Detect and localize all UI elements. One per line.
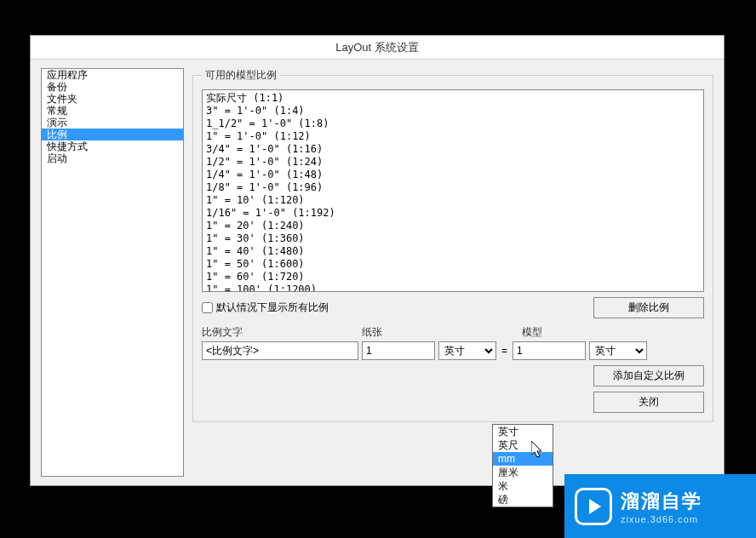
scale-text-input[interactable] (202, 341, 358, 360)
scale-list-item[interactable]: 1" = 10' (1:120) (206, 194, 700, 207)
delete-scale-button[interactable]: 删除比例 (593, 297, 704, 318)
titlebar: LayOut 系统设置 (31, 36, 724, 60)
show-all-checkbox[interactable]: 默认情况下显示所有比例 (202, 300, 329, 315)
watermark-url: zixue.3d66.com (621, 514, 702, 524)
scale-list-item[interactable]: 1" = 100' (1:1200) (206, 283, 700, 292)
scale-list-item[interactable]: 1_1/2" = 1'-0" (1:8) (206, 117, 700, 130)
sidebar-item[interactable]: 快捷方式 (42, 140, 183, 152)
add-custom-scale-button[interactable]: 添加自定义比例 (593, 365, 704, 386)
scale-list-item[interactable]: 1" = 40' (1:480) (206, 245, 700, 258)
scale-list-item[interactable]: 1" = 50' (1:600) (206, 258, 700, 271)
main-panel: 可用的模型比例 实际尺寸 (1:1)3" = 1'-0" (1:4)1_1/2"… (192, 68, 713, 477)
dropdown-option[interactable]: mm (493, 452, 553, 466)
equals-label: = (500, 345, 509, 357)
scale-list-item[interactable]: 3/4" = 1'-0" (1:16) (206, 143, 700, 156)
inputs-row: 英寸 = 英寸 (202, 341, 704, 360)
paper-label: 纸张 (362, 325, 522, 340)
dropdown-option[interactable]: 英尺 (493, 438, 553, 452)
scale-list-item[interactable]: 1/4" = 1'-0" (1:48) (206, 169, 700, 181)
scale-list-item[interactable]: 3" = 1'-0" (1:4) (206, 105, 700, 117)
sidebar-item[interactable]: 常规 (42, 105, 183, 117)
scale-list-item[interactable]: 1" = 30' (1:360) (206, 232, 700, 245)
actions-column: 添加自定义比例 关闭 (202, 365, 704, 413)
paper-unit-select[interactable]: 英寸 (438, 341, 496, 360)
model-value-input[interactable] (513, 341, 586, 360)
dropdown-option[interactable]: 厘米 (493, 466, 553, 479)
sidebar-item[interactable]: 应用程序 (42, 69, 183, 81)
scale-list-item[interactable]: 1/16" = 1'-0" (1:192) (206, 207, 700, 220)
sidebar-item[interactable]: 启动 (42, 152, 183, 164)
scale-list-item[interactable]: 1" = 1'-0" (1:12) (206, 130, 700, 143)
sidebar-item[interactable]: 备份 (42, 81, 183, 93)
scale-list-item[interactable]: 1" = 20' (1:240) (206, 220, 700, 232)
show-all-checkbox-input[interactable] (202, 302, 213, 313)
scale-list-item[interactable]: 实际尺寸 (1:1) (206, 92, 700, 105)
dropdown-option[interactable]: 英寸 (493, 425, 553, 438)
close-button[interactable]: 关闭 (593, 392, 704, 413)
scale-list-item[interactable]: 1/8" = 1'-0" (1:96) (206, 181, 700, 194)
paper-value-input[interactable] (362, 341, 435, 360)
sidebar-item[interactable]: 比例 (42, 129, 183, 140)
dialog-window: LayOut 系统设置 应用程序备份文件夹常规演示比例快捷方式启动 可用的模型比… (30, 35, 724, 486)
dropdown-option[interactable]: 磅 (493, 493, 553, 507)
sidebar-item[interactable]: 演示 (42, 117, 183, 129)
show-all-checkbox-label: 默认情况下显示所有比例 (216, 300, 329, 315)
field-labels-row: 比例文字 纸张 模型 (202, 325, 704, 340)
window-title: LayOut 系统设置 (335, 40, 419, 55)
dropdown-option[interactable]: 米 (493, 479, 553, 493)
category-sidebar[interactable]: 应用程序备份文件夹常规演示比例快捷方式启动 (41, 68, 184, 477)
play-icon (575, 488, 612, 525)
watermark: 溜溜自学 zixue.3d66.com (564, 474, 756, 538)
model-unit-select[interactable]: 英寸 (589, 341, 647, 360)
scales-fieldset: 可用的模型比例 实际尺寸 (1:1)3" = 1'-0" (1:4)1_1/2"… (192, 68, 713, 422)
model-label: 模型 (522, 325, 633, 340)
scales-list[interactable]: 实际尺寸 (1:1)3" = 1'-0" (1:4)1_1/2" = 1'-0"… (202, 89, 704, 292)
dialog-body: 应用程序备份文件夹常规演示比例快捷方式启动 可用的模型比例 实际尺寸 (1:1)… (31, 60, 724, 485)
scale-list-item[interactable]: 1" = 60' (1:720) (206, 271, 700, 283)
sidebar-item[interactable]: 文件夹 (42, 93, 183, 105)
options-row: 默认情况下显示所有比例 删除比例 (202, 297, 704, 318)
scale-list-item[interactable]: 1/2" = 1'-0" (1:24) (206, 156, 700, 169)
scale-text-label: 比例文字 (202, 325, 362, 340)
paper-unit-dropdown-list[interactable]: 英寸英尺mm厘米米磅 (492, 424, 553, 507)
watermark-brand: 溜溜自学 (621, 489, 702, 514)
scales-legend: 可用的模型比例 (202, 68, 280, 83)
